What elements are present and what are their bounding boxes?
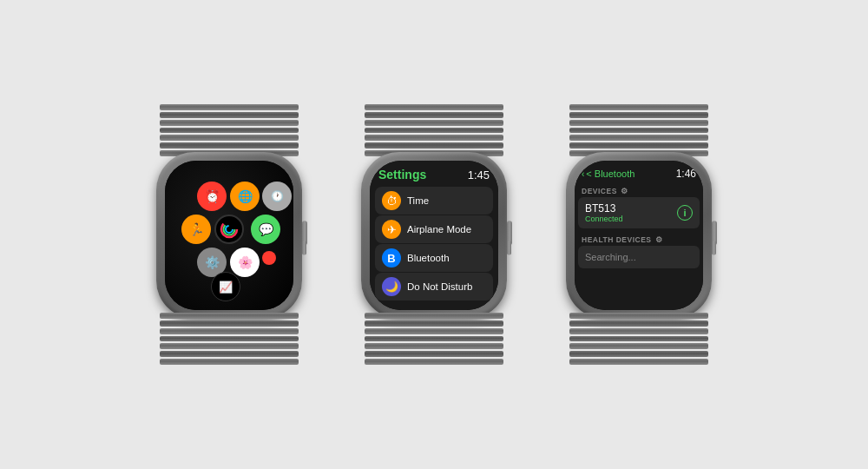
settings-time: 1:45	[468, 168, 490, 182]
bt-device-info: BT513 Connected	[585, 202, 623, 223]
settings-list: ⏱ Time ✈ Airplane Mode	[370, 185, 498, 302]
app-activity[interactable]	[214, 215, 244, 244]
app-stocks[interactable]: 📈	[211, 272, 240, 301]
bt-searching: Searching...	[578, 246, 700, 268]
watch-case-2: Settings 1:45 ⏱ Time	[361, 152, 507, 319]
app-photos[interactable]: 🌸	[230, 248, 260, 277]
band-top-2	[365, 104, 503, 156]
bt-time: 1:46	[676, 168, 696, 180]
bt-device-row[interactable]: BT513 Connected i	[578, 197, 700, 228]
devices-section-label: DEVICES ⚙	[575, 183, 703, 197]
bt-title: < Bluetooth	[586, 168, 635, 179]
settings-item-time-label: Time	[407, 195, 429, 206]
watch-screen-2: Settings 1:45 ⏱ Time	[370, 161, 498, 310]
settings-item-time[interactable]: ⏱ Time	[375, 187, 493, 215]
settings-title: Settings	[378, 168, 426, 182]
bt-header: ‹ < Bluetooth 1:46	[575, 161, 703, 183]
band-bottom-3	[569, 313, 708, 365]
airplane-icon: ✈	[382, 220, 401, 239]
band-top-3	[569, 104, 708, 156]
svg-point-2	[226, 226, 233, 233]
watch-case-3: ‹ < Bluetooth 1:46 DEVICES ⚙ BT513 Conne	[566, 152, 712, 319]
watch-1: ⏰ 🌐 🕐 🏃	[142, 104, 316, 365]
side-btn-3	[712, 241, 716, 254]
band-bottom-2	[365, 313, 503, 365]
app-grid: ⏰ 🌐 🕐 🏃	[173, 175, 286, 296]
bt-back-button[interactable]: ‹ < Bluetooth	[582, 168, 635, 179]
band-bottom-1	[160, 313, 299, 365]
settings-item-dnd[interactable]: 🌙 Do Not Disturb	[375, 273, 493, 301]
app-run[interactable]: 🏃	[181, 215, 211, 244]
settings-item-airplane[interactable]: ✈ Airplane Mode	[375, 215, 493, 243]
gear-icon-devices: ⚙	[621, 187, 628, 195]
watch-screen-3: ‹ < Bluetooth 1:46 DEVICES ⚙ BT513 Conne	[575, 161, 703, 310]
time-icon: ⏱	[382, 191, 401, 210]
side-btn-1	[302, 241, 306, 254]
settings-item-airplane-label: Airplane Mode	[407, 224, 471, 234]
watch-3: ‹ < Bluetooth 1:46 DEVICES ⚙ BT513 Conne	[552, 104, 726, 365]
settings-item-dnd-label: Do Not Disturb	[407, 281, 472, 292]
gear-icon-health: ⚙	[655, 235, 663, 244]
settings-item-bluetooth[interactable]: B Bluetooth	[375, 244, 493, 272]
watch-screen-1: ⏰ 🌐 🕐 🏃	[165, 161, 293, 310]
bluetooth-icon: B	[382, 248, 401, 268]
dnd-icon: 🌙	[382, 277, 401, 296]
app-clock[interactable]: ⏰	[197, 182, 227, 211]
scene: ⏰ 🌐 🕐 🏃	[0, 0, 868, 469]
settings-item-bluetooth-label: Bluetooth	[407, 253, 450, 263]
health-section-label: HEALTH DEVICES ⚙	[575, 232, 703, 246]
app-globe[interactable]: 🌐	[230, 182, 260, 211]
side-btn-2	[507, 241, 511, 254]
band-top-1	[160, 104, 299, 156]
bt-device-name: BT513	[585, 202, 623, 215]
app-messages[interactable]: 💬	[251, 215, 280, 244]
app-clock-face[interactable]: 🕐	[262, 182, 292, 211]
screen-settings: Settings 1:45 ⏱ Time	[370, 161, 498, 310]
watch-2: Settings 1:45 ⏱ Time	[347, 104, 521, 365]
screen-apps: ⏰ 🌐 🕐 🏃	[165, 161, 293, 310]
settings-header: Settings 1:45	[370, 161, 498, 185]
watch-case-1: ⏰ 🌐 🕐 🏃	[156, 152, 302, 319]
screen-bluetooth: ‹ < Bluetooth 1:46 DEVICES ⚙ BT513 Conne	[575, 161, 703, 310]
back-chevron-icon: ‹	[582, 169, 584, 179]
bt-device-status: Connected	[585, 215, 623, 223]
app-dot[interactable]	[262, 251, 276, 265]
bt-info-button[interactable]: i	[677, 205, 693, 221]
